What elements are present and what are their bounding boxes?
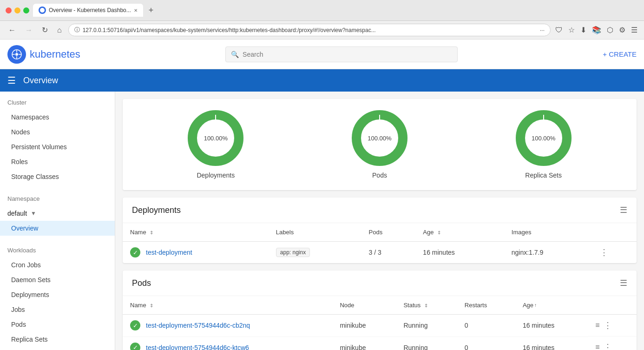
sidebar-item-replica-sets[interactable]: Replica Sets (0, 332, 115, 347)
home-button[interactable]: ⌂ (54, 25, 65, 35)
deployments-label: Deployments (197, 172, 235, 179)
deployment-name-link[interactable]: test-deployment (146, 249, 192, 256)
namespace-dropdown-icon: ▼ (31, 210, 36, 217)
pods-table: Name ⇕ Node Status ⇕ Restarts Age ↑ (123, 296, 637, 350)
col-age[interactable]: Age ⇕ (415, 223, 504, 242)
pod-name-cell-2: ✓ test-deployment-5754944d6c-ktcw6 (123, 337, 332, 350)
create-button[interactable]: + CREATE (603, 50, 637, 58)
deployment-status-icon: ✓ (130, 247, 140, 258)
new-tab-button[interactable]: + (147, 6, 156, 15)
nav-title: Overview (23, 76, 58, 86)
namespace-section-title: Namespace (0, 188, 115, 206)
browser-tab[interactable]: Overview - Kubernetes Dashbo... ✕ (33, 4, 143, 17)
sidebar-item-storage-classes[interactable]: Storage Classes (0, 169, 115, 184)
sidebar-item-deployments[interactable]: Deployments (0, 287, 115, 302)
sidebar-item-replication-controllers[interactable]: Replication Controllers (0, 347, 115, 350)
pod-col-node[interactable]: Node (332, 296, 396, 315)
replica-sets-label: Replica Sets (525, 172, 562, 179)
search-input[interactable] (225, 46, 458, 62)
pod-more-icon-2[interactable]: ⋮ (604, 342, 612, 350)
deployment-age-cell: 16 minutes (415, 242, 504, 264)
deployment-pods-cell: 3 / 3 (361, 242, 416, 264)
pod-name-cell-1: ✓ test-deployment-5754944d6c-cb2nq (123, 315, 332, 337)
deployment-images-cell: nginx:1.7.9 (504, 242, 592, 264)
pod-col-restarts[interactable]: Restarts (457, 296, 515, 315)
pod-more-icon-1[interactable]: ⋮ (604, 320, 612, 330)
sidebar-item-jobs[interactable]: Jobs (0, 302, 115, 317)
deployments-section-header: Deployments ☰ (123, 198, 637, 223)
sidebar-item-overview[interactable]: Overview (0, 221, 115, 236)
sidebar-item-nodes[interactable]: Nodes (0, 125, 115, 139)
tab-favicon (39, 7, 46, 14)
maximize-button[interactable] (23, 7, 29, 13)
address-bar[interactable]: ⓘ 127.0.0.1:50716/api/v1/namespaces/kube… (68, 24, 551, 36)
pod-age-1: 16 minutes (515, 315, 588, 337)
library-icon[interactable]: 📚 (591, 25, 602, 35)
deployment-more-cell: ⋮ (592, 242, 637, 264)
more-options-icon[interactable]: ··· (540, 27, 545, 33)
back-button[interactable]: ← (6, 25, 19, 35)
pod-name-link-1[interactable]: test-deployment-5754944d6c-cb2nq (146, 322, 250, 329)
url-text: 127.0.0.1:50716/api/v1/namespaces/kube-s… (83, 27, 537, 33)
deployment-label-chip: app: nginx (276, 248, 310, 257)
close-button[interactable] (6, 7, 12, 13)
col-pods[interactable]: Pods (361, 223, 416, 242)
col-labels[interactable]: Labels (269, 223, 361, 242)
pod-col-name[interactable]: Name ⇕ (123, 296, 332, 315)
kubernetes-logo-text: kubernetes (30, 48, 80, 60)
deployments-table-header: Name ⇕ Labels Pods Age ⇕ Images (123, 223, 637, 242)
replica-sets-donut: 100.00% (516, 110, 572, 166)
pods-chart: 100.00% Pods (352, 110, 407, 179)
workloads-section-title: Workloads (0, 239, 115, 258)
replica-sets-chart: 100.00% Replica Sets (516, 110, 572, 179)
pod-log-icon-1[interactable]: ≡ (595, 321, 599, 330)
pods-filter-icon[interactable]: ☰ (620, 278, 627, 288)
sidebar-item-roles[interactable]: Roles (0, 154, 115, 169)
pod-log-icon-2[interactable]: ≡ (595, 343, 599, 350)
deployments-section-title: Deployments (132, 205, 181, 215)
sidebar-item-persistent-volumes[interactable]: Persistent Volumes (0, 139, 115, 154)
deployment-more-icon[interactable]: ⋮ (600, 248, 608, 257)
shield-icon[interactable]: 🛡 (554, 25, 564, 35)
minimize-button[interactable] (14, 7, 20, 13)
pod-node-2: minikube (332, 337, 396, 350)
bookmark-icon[interactable]: ☆ (567, 25, 576, 35)
sidebar-item-namespaces[interactable]: Namespaces (0, 110, 115, 125)
traffic-lights (6, 7, 29, 13)
charts-row: 100.00% Deployments 100.00% Pods (123, 99, 637, 190)
sidebar-item-daemon-sets[interactable]: Daemon Sets (0, 272, 115, 287)
pod-status-icon-2: ✓ (130, 343, 140, 350)
pod-actions-2: ≡ ⋮ (588, 337, 637, 350)
sidebar-item-cron-jobs[interactable]: Cron Jobs (0, 258, 115, 272)
col-actions (592, 223, 637, 242)
tab-close-icon[interactable]: ✕ (134, 8, 138, 13)
extension-icon[interactable]: ⚙ (618, 25, 626, 35)
hamburger-icon[interactable]: ☰ (7, 75, 16, 86)
pod-col-actions (588, 296, 637, 315)
pods-section-title: Pods (132, 278, 151, 288)
namespace-selector[interactable]: default ▼ (0, 206, 115, 221)
deployments-filter-icon[interactable]: ☰ (620, 205, 627, 215)
header-search: 🔍 (88, 46, 595, 62)
sync-icon[interactable]: ⬡ (606, 25, 614, 35)
pod-col-age[interactable]: Age ↑ (515, 296, 588, 315)
deployment-labels-cell: app: nginx (269, 242, 361, 264)
browser-actions: 🛡 ☆ ⬇ 📚 ⬡ ⚙ ☰ (554, 25, 638, 35)
reload-button[interactable]: ↻ (39, 25, 51, 35)
menu-icon[interactable]: ☰ (630, 25, 638, 35)
table-row: ✓ test-deployment-5754944d6c-ktcw6 minik… (123, 337, 637, 350)
sidebar: Cluster Namespaces Nodes Persistent Volu… (0, 92, 115, 350)
pods-section: Pods ☰ Name ⇕ Node Status ⇕ Restarts Age… (123, 271, 637, 350)
svg-point-2 (15, 53, 18, 56)
sidebar-item-pods[interactable]: Pods (0, 317, 115, 332)
tab-title: Overview - Kubernetes Dashbo... (49, 7, 131, 13)
pod-name-link-2[interactable]: test-deployment-5754944d6c-ktcw6 (146, 344, 249, 350)
forward-button[interactable]: → (22, 25, 35, 35)
pod-status-1: Running (396, 315, 457, 337)
nav-bar: ☰ Overview (0, 69, 644, 92)
download-icon[interactable]: ⬇ (579, 25, 587, 35)
col-name[interactable]: Name ⇕ (123, 223, 269, 242)
main-layout: Cluster Namespaces Nodes Persistent Volu… (0, 92, 644, 350)
pod-col-status[interactable]: Status ⇕ (396, 296, 457, 315)
col-images[interactable]: Images (504, 223, 592, 242)
